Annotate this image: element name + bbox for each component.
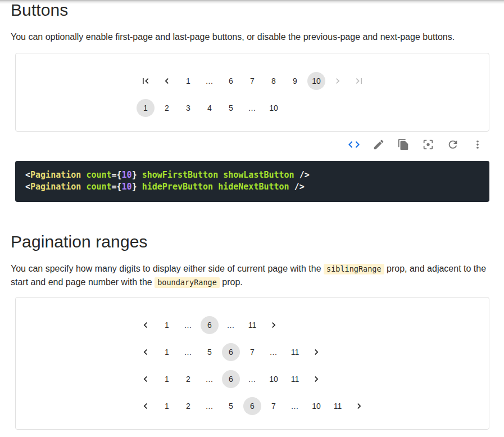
ranges-demo-paginations: 1…6…111…567…1112…6…101112…567…1011 <box>135 316 370 415</box>
prev-page-icon <box>140 373 151 385</box>
pagination-row: 12…6…1011 <box>135 370 327 388</box>
page-button[interactable]: 1 <box>158 343 176 361</box>
page-button-selected[interactable]: 6 <box>222 343 240 361</box>
ranges-section-heading: Pagination ranges <box>11 232 492 251</box>
pagination-ellipsis: … <box>179 343 197 361</box>
page-button[interactable]: 6 <box>222 72 240 90</box>
inline-code: siblingRange <box>324 264 384 274</box>
pagination-ellipsis: … <box>265 343 283 361</box>
page-button[interactable]: 5 <box>201 343 219 361</box>
prev-page-icon <box>140 346 151 358</box>
pagination-row: 12345…10 <box>135 99 284 117</box>
page-button[interactable]: 1 <box>158 397 176 415</box>
pagination-ellipsis: … <box>201 72 219 90</box>
page-button[interactable]: 1 <box>179 72 197 90</box>
pagination-ellipsis: … <box>201 397 219 415</box>
code-line: <Pagination count={10} showFirstButton s… <box>25 169 479 181</box>
page-button[interactable]: 10 <box>307 397 325 415</box>
page-button-selected[interactable]: 1 <box>137 99 155 117</box>
page-button-selected[interactable]: 6 <box>201 316 219 334</box>
last-page-button[interactable] <box>350 72 368 90</box>
pagination-ellipsis: … <box>179 316 197 334</box>
page-button[interactable]: 11 <box>329 397 347 415</box>
next-page-button[interactable] <box>307 370 325 388</box>
pagination-ellipsis: … <box>243 370 261 388</box>
buttons-section-description: You can optionally enable first-page and… <box>11 30 492 44</box>
copy-icon[interactable] <box>397 138 410 151</box>
page-button[interactable]: 1 <box>158 316 176 334</box>
page-button[interactable]: 7 <box>243 72 261 90</box>
page-button[interactable]: 1 <box>158 370 176 388</box>
first-page-icon <box>140 75 151 87</box>
next-page-button[interactable] <box>329 72 347 90</box>
buttons-section-heading: Buttons <box>11 0 492 20</box>
page-button[interactable]: 4 <box>201 99 219 117</box>
next-page-icon <box>311 346 322 358</box>
more-vert-icon[interactable] <box>471 138 484 151</box>
page-button[interactable]: 11 <box>286 370 304 388</box>
page-button[interactable]: 10 <box>265 370 283 388</box>
page-button[interactable]: 3 <box>179 99 197 117</box>
last-page-icon <box>353 75 365 87</box>
page-button-selected[interactable]: 6 <box>222 370 240 388</box>
next-page-icon <box>311 373 322 385</box>
pagination-row: 1…6…11 <box>135 316 284 334</box>
page-button[interactable]: 9 <box>286 72 304 90</box>
demo-toolbar <box>15 132 489 157</box>
page-button[interactable]: 7 <box>265 397 283 415</box>
buttons-demo-frame: 1…67891012345…10 <box>15 53 489 132</box>
next-page-icon <box>332 75 343 87</box>
page-button-selected[interactable]: 10 <box>307 72 325 90</box>
next-page-button[interactable] <box>265 316 283 334</box>
prev-page-icon <box>140 400 151 412</box>
next-page-icon <box>353 400 365 412</box>
page-button[interactable]: 8 <box>265 72 283 90</box>
next-page-button[interactable] <box>350 397 368 415</box>
prev-page-button[interactable] <box>137 397 155 415</box>
prev-page-button[interactable] <box>137 343 155 361</box>
show-code-icon[interactable] <box>347 138 361 151</box>
page-button[interactable]: 10 <box>265 99 283 117</box>
prev-page-button[interactable] <box>158 72 176 90</box>
page-button[interactable]: 11 <box>243 316 261 334</box>
prev-page-button[interactable] <box>137 316 155 334</box>
pagination-ellipsis: … <box>201 370 219 388</box>
pagination-ellipsis: … <box>286 397 304 415</box>
first-page-button[interactable] <box>137 72 155 90</box>
ranges-section-description: You can specify how many digits to displ… <box>11 262 492 289</box>
pagination-ellipsis: … <box>243 99 261 117</box>
page-button[interactable]: 5 <box>222 99 240 117</box>
pagination-ellipsis: … <box>222 316 240 334</box>
prev-page-icon <box>161 75 172 87</box>
prev-page-icon <box>140 319 151 331</box>
next-page-icon <box>268 319 279 331</box>
page-button[interactable]: 5 <box>222 397 240 415</box>
code-block: <Pagination count={10} showFirstButton s… <box>15 161 489 202</box>
buttons-demo-paginations: 1…67891012345…10 <box>135 72 370 117</box>
page-button-selected[interactable]: 6 <box>243 397 261 415</box>
page-button[interactable]: 2 <box>158 99 176 117</box>
pagination-row: 12…567…1011 <box>135 397 370 415</box>
prev-page-button[interactable] <box>137 370 155 388</box>
pagination-row: 1…567…11 <box>135 343 327 361</box>
inline-code: boundaryRange <box>155 277 220 288</box>
pagination-row: 1…678910 <box>135 72 370 90</box>
next-page-button[interactable] <box>307 343 325 361</box>
page-button[interactable]: 7 <box>243 343 261 361</box>
reset-focus-icon[interactable] <box>421 138 435 151</box>
reset-demo-icon[interactable] <box>446 138 460 151</box>
ranges-demo-frame: 1…6…111…567…1112…6…101112…567…1011 <box>15 297 489 430</box>
edit-icon[interactable] <box>372 138 385 151</box>
page-button[interactable]: 2 <box>179 370 197 388</box>
page-button[interactable]: 11 <box>286 343 304 361</box>
docs-content: Buttons You can optionally enable first-… <box>0 0 504 430</box>
code-line: <Pagination count={10} hidePrevButton hi… <box>25 181 479 193</box>
page-button[interactable]: 2 <box>179 397 197 415</box>
